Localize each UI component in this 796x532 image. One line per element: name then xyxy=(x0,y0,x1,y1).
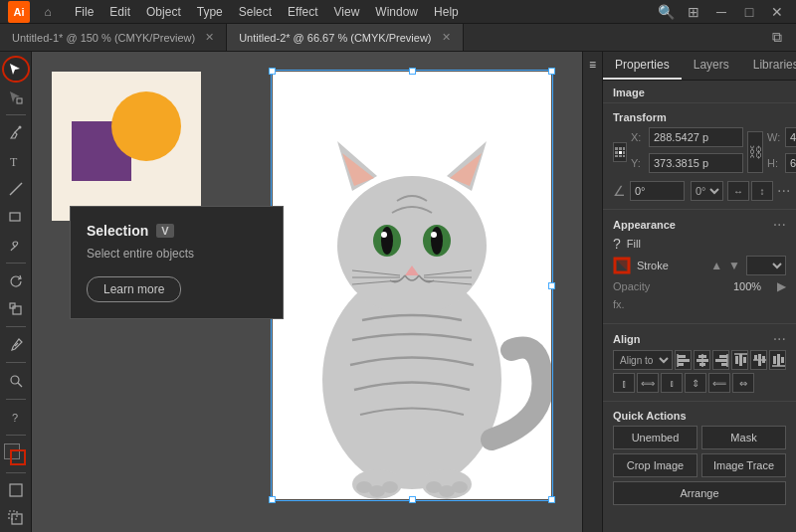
tab-doc1[interactable]: Untitled-1* @ 150 % (CMYK/Preview) ✕ xyxy=(0,24,227,51)
stroke-dropdown[interactable] xyxy=(746,256,786,275)
align-to-dropdown[interactable]: Align to xyxy=(613,350,673,370)
draw-mode-behind[interactable] xyxy=(2,505,30,532)
image-trace-button[interactable]: Image Trace xyxy=(701,453,786,477)
handle-top-left[interactable] xyxy=(269,68,276,75)
svg-rect-49 xyxy=(623,155,625,157)
tab-properties[interactable]: Properties xyxy=(603,52,682,80)
handle-bot-right[interactable] xyxy=(548,496,555,503)
toolbar-divider-5 xyxy=(6,399,26,400)
stroke-label: Stroke xyxy=(637,260,704,271)
arrange-icon[interactable]: ⧉ xyxy=(766,27,788,49)
svg-marker-51 xyxy=(615,259,629,272)
mask-button[interactable]: Mask xyxy=(701,426,786,449)
minimize-icon[interactable]: ─ xyxy=(710,1,732,23)
handle-top-right[interactable] xyxy=(548,68,555,75)
opacity-arrow[interactable]: ▶ xyxy=(777,279,786,293)
maximize-icon[interactable]: □ xyxy=(738,1,760,23)
line-tool[interactable] xyxy=(2,176,30,203)
svg-rect-43 xyxy=(623,147,625,150)
arrange-windows-icon[interactable]: ⊞ xyxy=(683,1,704,23)
type-tool[interactable]: T xyxy=(2,148,30,175)
opacity-label: Opacity xyxy=(613,280,650,292)
question-tool[interactable]: ? xyxy=(2,404,30,431)
properties-content: Image Transform X: Y: xyxy=(603,81,796,532)
menu-file[interactable]: File xyxy=(68,3,100,21)
tab-doc2-close[interactable]: ✕ xyxy=(442,31,451,44)
home-icon[interactable]: ⌂ xyxy=(38,2,58,22)
menu-effect[interactable]: Effect xyxy=(281,3,324,21)
appearance-more-btn[interactable]: ··· xyxy=(773,216,786,234)
align-right-btn[interactable] xyxy=(712,350,729,370)
svg-line-9 xyxy=(18,383,22,387)
menu-object[interactable]: Object xyxy=(139,3,188,21)
close-icon[interactable]: ✕ xyxy=(766,1,788,23)
tab-layers[interactable]: Layers xyxy=(682,52,741,80)
handle-top-center[interactable] xyxy=(409,68,416,75)
crop-image-button[interactable]: Crop Image xyxy=(613,453,697,477)
paintbrush-tool[interactable] xyxy=(2,232,30,259)
transform-more-btn[interactable]: ··· xyxy=(777,182,790,200)
tab-doc2[interactable]: Untitled-2* @ 66.67 % (CMYK/Preview) ✕ xyxy=(227,24,463,51)
align-left-btn[interactable] xyxy=(675,350,692,370)
learn-more-button[interactable]: Learn more xyxy=(87,276,181,302)
scale-tool[interactable] xyxy=(2,295,30,322)
unembed-button[interactable]: Unembed xyxy=(613,426,697,449)
align-bottom-btn[interactable] xyxy=(769,350,786,370)
align-center-v-btn[interactable] xyxy=(750,350,767,370)
menu-edit[interactable]: Edit xyxy=(102,3,137,21)
menu-window[interactable]: Window xyxy=(368,3,425,21)
distribute-right-btn[interactable]: ⫾ xyxy=(661,373,683,393)
flip-vertical-btn[interactable]: ↕ xyxy=(751,181,773,201)
distribute-center-h-btn[interactable]: ⟺ xyxy=(637,373,659,393)
menu-help[interactable]: Help xyxy=(427,3,466,21)
align-more-btn[interactable]: ··· xyxy=(773,330,786,348)
eyedropper-tool[interactable] xyxy=(2,331,30,358)
handle-bot-left[interactable] xyxy=(269,496,276,503)
angle-input[interactable] xyxy=(630,181,685,201)
svg-point-23 xyxy=(431,227,443,255)
angle-row: ∠ 0° ↔ ↕ ··· xyxy=(613,181,786,201)
flip-buttons: ↔ ↕ xyxy=(727,181,773,201)
h-input[interactable] xyxy=(785,153,796,173)
zoom-tool[interactable] xyxy=(2,367,30,394)
stroke-arrow-down[interactable]: ▼ xyxy=(728,259,740,272)
transform-section: X: Y: ⛓ W: xyxy=(603,127,796,209)
tooltip-description: Select entire objects xyxy=(87,247,267,261)
link-wh-icon[interactable]: ⛓ xyxy=(747,131,763,173)
handle-bot-center[interactable] xyxy=(409,496,416,503)
selection-tool[interactable] xyxy=(2,56,30,83)
align-center-h-btn[interactable] xyxy=(694,350,710,370)
shape-tool[interactable] xyxy=(2,204,30,231)
properties-panel-icon[interactable]: ≡ xyxy=(584,56,602,74)
svg-point-40 xyxy=(452,481,468,493)
align-top-btn[interactable] xyxy=(731,350,748,370)
menu-type[interactable]: Type xyxy=(190,3,230,21)
arrange-button[interactable]: Arrange xyxy=(613,481,786,505)
tab-doc1-close[interactable]: ✕ xyxy=(205,31,214,44)
svg-rect-5 xyxy=(13,306,21,314)
fill-stroke-indicator[interactable] xyxy=(2,442,30,468)
handle-mid-right[interactable] xyxy=(548,282,555,289)
y-input[interactable] xyxy=(649,153,743,173)
distribute-bottom-btn[interactable]: ⇔ xyxy=(732,373,754,393)
menu-view[interactable]: View xyxy=(327,3,367,21)
w-input[interactable] xyxy=(785,127,796,147)
flip-horizontal-btn[interactable]: ↔ xyxy=(727,181,749,201)
rotate-tool[interactable] xyxy=(2,267,30,294)
stroke-arrow-up[interactable]: ▲ xyxy=(710,259,722,272)
direct-selection-tool[interactable] xyxy=(2,84,30,110)
transform-reference-point[interactable] xyxy=(613,142,627,162)
distribute-top-btn[interactable]: ⇕ xyxy=(685,373,706,393)
menu-select[interactable]: Select xyxy=(232,3,279,21)
pen-tool[interactable] xyxy=(2,119,30,146)
svg-rect-60 xyxy=(719,355,727,358)
draw-mode-normal[interactable] xyxy=(2,477,30,504)
canvas-area[interactable]: Selection V Select entire objects Learn … xyxy=(32,52,602,532)
distribute-center-v-btn[interactable]: ⟸ xyxy=(708,373,730,393)
tab-libraries[interactable]: Libraries xyxy=(741,52,796,80)
distribute-left-btn[interactable]: ⫿ xyxy=(613,373,635,393)
search-icon[interactable]: 🔍 xyxy=(655,1,677,23)
svg-rect-54 xyxy=(678,363,684,366)
x-input[interactable] xyxy=(649,127,743,147)
angle-dropdown[interactable]: 0° xyxy=(691,181,723,201)
